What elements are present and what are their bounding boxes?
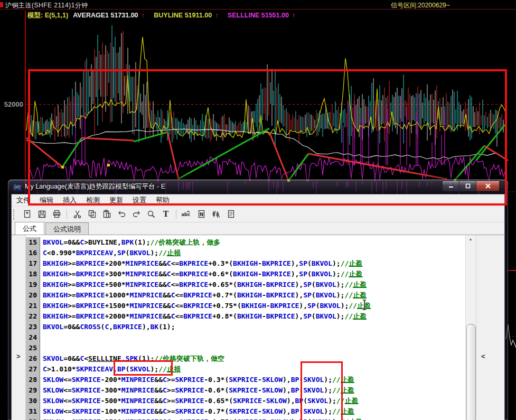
line-number: 32 xyxy=(26,417,40,420)
spellcheck-icon: abc xyxy=(182,209,192,219)
undo-button[interactable] xyxy=(115,208,128,221)
code-line-24: 24 xyxy=(26,332,465,343)
app-icon xyxy=(13,183,22,191)
code-text: BKHIGH>=BKPRICE+500*MINPRICE&&C<=BKPRICE… xyxy=(40,279,367,290)
indicator-button[interactable] xyxy=(210,208,222,221)
expand-left-panel-chevron-icon[interactable]: > xyxy=(16,352,21,360)
code-text: SKLOW<=SKPRICE-500*MINPRICE&&C>=SKPRICE-… xyxy=(40,396,358,406)
code-line-17: 17BKHIGH>=BKPRICE+200*MINPRICE&&C<=BKPRI… xyxy=(26,258,465,269)
buyline-up-arrow-icon: ↑ xyxy=(215,12,218,19)
code-text: SKVOL=0&&C<SELLLINE,SPK(1);//价格突破下轨，做空 xyxy=(40,353,224,364)
spellcheck-button[interactable]: abc xyxy=(180,208,193,221)
menu-item-5[interactable]: 设置 xyxy=(128,194,151,206)
right-panel-strip[interactable]: < xyxy=(476,235,504,420)
paste-icon xyxy=(102,209,112,219)
maximize-button[interactable] xyxy=(459,181,476,191)
new-file-icon xyxy=(22,209,32,219)
menu-item-0[interactable]: 文件 xyxy=(12,194,35,206)
new-file-button[interactable] xyxy=(21,208,33,221)
code-line-26: 26SKVOL=0&&C<SELLLINE,SPK(1);//价格突破下轨，做空 xyxy=(26,353,465,364)
line-number: 19 xyxy=(26,279,40,290)
paste-button[interactable] xyxy=(100,208,113,221)
toolbar-grip xyxy=(13,209,16,220)
print-button[interactable] xyxy=(50,208,63,221)
new-doc-icon: N xyxy=(196,209,207,219)
menu-item-3[interactable]: 检测 xyxy=(81,194,105,206)
minimize-button[interactable] xyxy=(442,181,459,191)
vertical-scrollbar[interactable]: ▲ xyxy=(465,235,476,420)
code-line-19: 19BKHIGH>=BKPRICE+500*MINPRICE&&C<=BKPRI… xyxy=(26,279,465,290)
code-line-21: 21BKHIGH>=BKPRICE+1500*MINPRICE&&C<=BKPR… xyxy=(26,301,465,311)
sellline-up-arrow-icon: ↑ xyxy=(292,12,295,19)
line-number: 23 xyxy=(26,322,40,332)
menu-bar: 文件编辑插入检测更新设置帮助 xyxy=(12,194,504,207)
line-number: 28 xyxy=(26,375,40,385)
text-format-icon: T xyxy=(161,209,171,219)
indicator-icon xyxy=(211,209,221,219)
copy-button[interactable] xyxy=(86,208,98,221)
sellline-value: SELLLINE 51551.00 xyxy=(228,12,289,19)
code-area[interactable]: 15BKVOL=0&&C>BUYLINE,BPK(1);//价格突破上轨，做多1… xyxy=(26,235,465,420)
code-text: C<0.990*BKPRICEAV,SP(BKVOL);//止损 xyxy=(40,248,181,258)
window-titlebar[interactable]: My Language(麦语言)趋势跟踪模型编写平台 - E xyxy=(8,180,508,194)
line-number: 18 xyxy=(26,269,40,279)
tab-formula-help[interactable]: 公式说明 xyxy=(45,222,89,235)
line-number: 22 xyxy=(26,311,40,322)
code-line-22: 22BKHIGH>=BKPRICE+2000*MINPRICE&&C<=BKPR… xyxy=(26,311,465,322)
formula-editor: > 15BKVOL=0&&C>BUYLINE,BPK(1);//价格突破上轨，做… xyxy=(12,235,504,420)
save-icon xyxy=(37,209,47,219)
line-number: 25 xyxy=(26,343,40,353)
code-text: BKHIGH>=BKPRICE+2000*MINPRICE&&C<=BKPRIC… xyxy=(40,311,367,322)
menu-item-6[interactable]: 帮助 xyxy=(151,194,174,206)
code-line-20: 20BKHIGH>=BKPRICE+1000*MINPRICE&&C<=BKPR… xyxy=(26,290,465,301)
menu-item-4[interactable]: 更新 xyxy=(105,194,128,206)
code-line-31: 31SKLOW<=SKPRICE-100*MINPRICE&&C>=SKPRIC… xyxy=(26,406,465,417)
collapse-right-panel-chevron-icon[interactable]: < xyxy=(481,352,485,360)
close-button[interactable] xyxy=(476,181,500,191)
redo-icon xyxy=(132,209,142,219)
header-divider xyxy=(0,9,516,10)
text-format-button[interactable]: T xyxy=(160,208,172,221)
menu-item-1[interactable]: 编辑 xyxy=(35,194,58,206)
document-icon xyxy=(226,209,236,219)
search-button[interactable] xyxy=(145,208,157,221)
maximize-icon xyxy=(465,183,471,189)
line-number: 26 xyxy=(26,353,40,364)
window-controls xyxy=(442,181,500,191)
code-text: SKLOW<=SKPRICE-1500*MINPRICE&&C>=SKPRICE… xyxy=(40,417,362,420)
average1-up-arrow-icon: ↑ xyxy=(142,12,145,19)
average1-value: AVERAGE1 51731.00 xyxy=(73,12,138,19)
menu-item-2[interactable]: 插入 xyxy=(58,194,81,206)
code-text: SKLOW<=SKPRICE-300*MINPRICE&&C>=SKPRICE-… xyxy=(40,385,354,396)
save-button[interactable] xyxy=(35,208,48,221)
close-icon xyxy=(485,183,491,189)
svg-text:abc: abc xyxy=(182,212,190,217)
code-text: BKHIGH>=BKPRICE+200*MINPRICE&&C<=BKPRICE… xyxy=(40,258,362,269)
code-text xyxy=(40,332,43,343)
line-number: 15 xyxy=(26,237,40,248)
cut-icon xyxy=(72,209,82,219)
code-text: SKLOW<=SKPRICE-100*MINPRICE&&C>=SKPRICE-… xyxy=(40,406,354,417)
new-doc-button[interactable]: N xyxy=(195,208,208,221)
tab-formula[interactable]: 公式 xyxy=(15,222,44,236)
window-title: My Language(麦语言)趋势跟踪模型编写平台 - E xyxy=(25,182,165,191)
code-text xyxy=(40,343,43,353)
cut-button[interactable] xyxy=(71,208,83,221)
left-panel-splitter[interactable]: > xyxy=(12,235,26,420)
line-number: 30 xyxy=(26,396,40,406)
scroll-up-arrow-icon[interactable]: ▲ xyxy=(466,235,475,244)
toolbar: TabcN xyxy=(12,207,504,222)
code-line-18: 18BKHIGH>=BKPRICE+300*MINPRICE&&C<=BKPRI… xyxy=(26,269,465,279)
code-text: BKVOL=0&&CROSS(C,BKPRICE),BK(1); xyxy=(40,322,175,332)
redo-button[interactable] xyxy=(130,208,143,221)
undo-icon xyxy=(117,209,127,219)
editor-window: My Language(麦语言)趋势跟踪模型编写平台 - E 文件编辑插入检测更… xyxy=(8,180,508,420)
document-button[interactable] xyxy=(224,208,237,221)
code-text: BKHIGH>=BKPRICE+1000*MINPRICE&&C<=BKPRIC… xyxy=(40,290,367,301)
scrollbar-thumb[interactable] xyxy=(466,324,476,420)
line-number: 16 xyxy=(26,248,40,258)
line-number: 29 xyxy=(26,385,40,396)
code-line-30: 30SKLOW<=SKPRICE-500*MINPRICE&&C>=SKPRIC… xyxy=(26,396,465,406)
print-icon xyxy=(52,209,62,219)
indicator-readout-row: 模型: E(5,1,1) AVERAGE1 51731.00↑ BUYLINE … xyxy=(27,11,298,20)
